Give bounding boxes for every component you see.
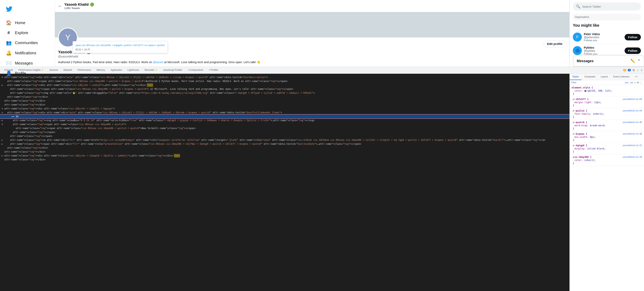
styles-tab-computed[interactable]: Computed [582, 74, 598, 80]
right-sidebar: 🔍 Organizations You might like P Peter V… [570, 0, 644, 66]
sidebar-item-explore[interactable]: # Explore [3, 28, 52, 37]
styles-tab-styles[interactable]: Styles [570, 74, 582, 80]
collapse-triangle[interactable] [2, 119, 4, 122]
back-arrow-icon[interactable]: ← [58, 4, 62, 8]
html-line[interactable]: attr-name">class="tag"><img attr-name">a… [0, 91, 570, 95]
settings-icon[interactable]: ⚙ [632, 69, 635, 72]
html-line[interactable]: attr-name">class="tag"><div attr-name">d… [0, 75, 570, 79]
color-swatch[interactable] [584, 90, 586, 92]
style-source[interactable]: yasoobkhalid:48 [622, 132, 642, 135]
styles-filter-input[interactable] [571, 81, 624, 84]
html-line[interactable]: attr-name">class="tag"><svg attr-name">v… [0, 118, 570, 122]
html-line[interactable]: attr-name">class="tag"><div attr-name">c… [0, 83, 570, 87]
html-panel[interactable]: attr-name">class="tag"><div attr-name">d… [0, 74, 570, 291]
notifications-icon: 🔔 [6, 50, 11, 56]
cls-filter-button[interactable]: .cls [630, 82, 633, 84]
html-line[interactable]: attr-name">class="tag"></div> [0, 158, 570, 162]
html-line[interactable]: attr-name">class="tag"></div> [0, 150, 570, 154]
devtools-tab-profiler[interactable]: ⚛ Profiler [206, 67, 221, 74]
collapse-triangle[interactable] [2, 142, 4, 146]
html-line[interactable]: attr-name">class="tag"><div attr-name">d… [0, 110, 570, 114]
performance-tab-label: Performance [78, 69, 91, 72]
sidebar-item-communities[interactable]: 👥 Communities [3, 38, 52, 48]
html-line[interactable]: attr-name">class="tag"><div attr-name">c… [0, 107, 570, 110]
messages-icon: ✉️ [6, 60, 11, 66]
html-line[interactable]: attr-name">class="tag"></span> [0, 134, 570, 138]
flex-badge: flex [174, 154, 180, 158]
devtools-tab-network[interactable]: Network [61, 67, 75, 74]
html-line[interactable]: attr-name">class="tag"></div> [0, 95, 570, 99]
style-source[interactable]: yasoobkhalid:20 [622, 156, 642, 158]
expand-triangle[interactable] [2, 107, 4, 110]
messages-panel: Messages ✏️ ⌃ [574, 56, 644, 66]
collapse-triangle[interactable] [2, 83, 4, 87]
avatar-icon-1: 🔵 [575, 48, 580, 53]
sidebar-item-home[interactable]: 🏠 Home [3, 18, 52, 28]
devtools-tab-recorder[interactable]: Recorder ⚡ [142, 67, 160, 74]
style-source[interactable]: yasoobkhalid:60 [622, 98, 642, 100]
add-style-button[interactable]: + [634, 81, 636, 84]
follow-button-1[interactable]: Follow [624, 48, 641, 54]
js-profiler-tab-label: JavaScript Profiler [163, 69, 182, 72]
style-source[interactable]: yasoobkhalid:23 [622, 144, 642, 147]
html-line[interactable]: attr-name">class="tag"><div attr-name">c… [0, 154, 570, 158]
style-selector: .r-1b7u577 { yasoobkhalid:60 [572, 98, 642, 100]
html-line[interactable]: attr-name">class="tag"></span> [0, 130, 570, 134]
edit-profile-button[interactable]: Edit profile [544, 40, 566, 47]
copy-style-icon[interactable]: ⧉ [637, 81, 639, 84]
sidebar-item-profile[interactable]: 👤 Profile [3, 69, 52, 78]
collapse-triangle[interactable] [2, 154, 4, 158]
html-line[interactable]: attr-name">class="tag"><span attr-name">… [0, 87, 570, 91]
application-tab-label: Application [110, 69, 122, 72]
html-line[interactable]: attr-name">class="tag"></div> [0, 103, 570, 107]
style-selector: element.style { [572, 86, 642, 89]
trending-preview-inner: Organizations [575, 16, 639, 18]
html-line[interactable]: attr-name">class="tag"><span attr-name">… [0, 142, 570, 146]
styles-tab-event-listeners[interactable]: Event Listeners [610, 74, 632, 80]
search-input[interactable] [582, 5, 638, 8]
devtools-tab-memory[interactable]: Memory [94, 67, 108, 74]
hover-filter-button[interactable]: :hov [624, 82, 629, 84]
sidebar-item-notifications[interactable]: 🔔 Notifications [3, 48, 52, 58]
style-source[interactable]: yasoobkhalid:49 [622, 121, 642, 124]
close-devtools-icon[interactable]: × [641, 69, 642, 72]
devtools-tab-lighthouse[interactable]: Lighthouse [125, 67, 142, 74]
more-icon[interactable]: ⋮ [636, 69, 639, 72]
style-property: min-width: 0px; [572, 135, 642, 139]
html-line[interactable]: == $0 [0, 114, 570, 118]
devtools-tab-performance[interactable]: Performance [75, 67, 94, 74]
styles-tab-layout[interactable]: Layout [598, 74, 610, 80]
html-code: attr-name">class [4, 83, 30, 87]
html-line[interactable]: attr-name">class="tag"></div> [0, 146, 570, 150]
trending-text: Organizations [575, 16, 589, 18]
sidebar-label-messages: Messages [15, 61, 33, 66]
styles-tab-more[interactable]: >> [632, 74, 640, 80]
devtools-tab-js-profiler[interactable]: JavaScript Profiler [160, 67, 185, 74]
twitter-logo[interactable] [3, 4, 52, 15]
suggested-handle-0: @petervidos [584, 36, 622, 39]
devtools-tab-application[interactable]: Application [108, 67, 125, 74]
html-line[interactable]: attr-name">class="tag"></div> [0, 99, 570, 103]
more-style-icon[interactable]: ⋮ [640, 81, 642, 84]
profile-website[interactable]: 🔗 yasoob.me [78, 66, 97, 67]
follow-button-0[interactable]: Follow [624, 34, 641, 40]
selector-text: .r-1b7u577 { [572, 98, 589, 100]
html-line[interactable]: attr-name">class="tag"><span attr-name">… [0, 79, 570, 83]
sidebar-item-messages[interactable]: ✉️ Messages [3, 58, 52, 68]
lighthouse-tab-label: Lighthouse [128, 69, 139, 72]
style-source[interactable]: yasoobkhalid:54 [622, 110, 642, 112]
devtools-tab-components[interactable]: ⚛ Components [185, 67, 206, 74]
expand-triangle[interactable] [2, 122, 4, 126]
bio-azure-link[interactable]: @azure [153, 60, 163, 64]
expand-triangle[interactable] [2, 111, 4, 114]
suggested-name-0: Peter Vidos [584, 32, 622, 36]
html-code: attr-name">class [4, 150, 27, 154]
collapse-messages-icon[interactable]: ⌃ [637, 59, 641, 63]
collapse-triangle[interactable] [2, 138, 4, 142]
profile-name-header: Yasoob Khalid 🟢 [64, 2, 94, 7]
html-line[interactable]: attr-name">class="tag"><span attr-name">… [0, 122, 570, 126]
html-line[interactable]: attr-name">class="tag"><a attr-name">dir… [0, 138, 570, 142]
html-line[interactable]: attr-name">class="tag"><span attr-name">… [0, 126, 570, 130]
recorder-tab-label: Recorder [144, 69, 154, 72]
compose-message-icon[interactable]: ✏️ [630, 59, 635, 63]
